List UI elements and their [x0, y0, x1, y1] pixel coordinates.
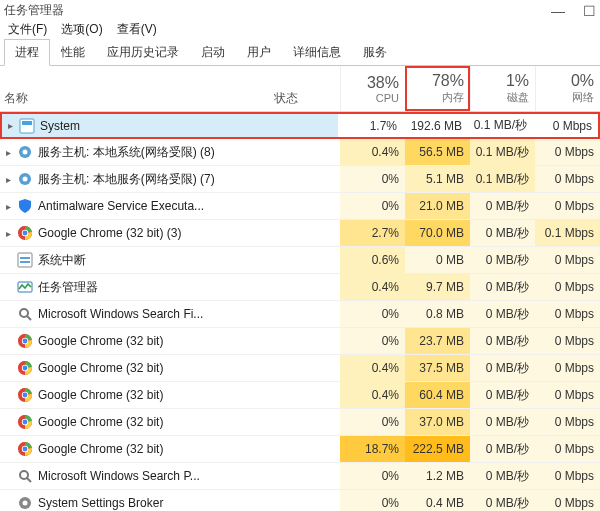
process-name: Google Chrome (32 bit) (3): [38, 226, 270, 240]
expand-icon[interactable]: ▸: [0, 228, 14, 239]
chrome-icon: [16, 386, 34, 404]
chrome-icon: [16, 359, 34, 377]
process-row[interactable]: Google Chrome (32 bit)0.4%37.5 MB0 MB/秒0…: [0, 355, 600, 382]
disk-cell: 0 MB/秒: [470, 220, 535, 246]
menu-view[interactable]: 查看(V): [117, 21, 157, 38]
expand-icon[interactable]: ▸: [2, 120, 16, 131]
disk-cell: 0 MB/秒: [470, 409, 535, 435]
process-row[interactable]: ▸Antimalware Service Executa...0%21.0 MB…: [0, 193, 600, 220]
process-name: Antimalware Service Executa...: [38, 199, 270, 213]
tab-details[interactable]: 详细信息: [282, 39, 352, 66]
network-cell: 0 Mbps: [535, 382, 600, 408]
disk-cell: 0 MB/秒: [470, 328, 535, 354]
process-name: Google Chrome (32 bit): [38, 388, 270, 402]
maximize-icon[interactable]: ☐: [583, 4, 596, 18]
menu-file[interactable]: 文件(F): [8, 21, 47, 38]
tab-services[interactable]: 服务: [352, 39, 398, 66]
expand-icon[interactable]: ▸: [0, 174, 14, 185]
cpu-cell: 0.4%: [340, 274, 405, 300]
svg-point-8: [23, 231, 28, 236]
cpu-cell: 0%: [340, 193, 405, 219]
cpu-cell: 0.6%: [340, 247, 405, 273]
tab-performance[interactable]: 性能: [50, 39, 96, 66]
process-row[interactable]: 任务管理器0.4%9.7 MB0 MB/秒0 Mbps: [0, 274, 600, 301]
tab-app-history[interactable]: 应用历史记录: [96, 39, 190, 66]
tab-startup[interactable]: 启动: [190, 39, 236, 66]
tab-users[interactable]: 用户: [236, 39, 282, 66]
cpu-cell: 0%: [340, 463, 405, 489]
tabs: 进程 性能 应用历史记录 启动 用户 详细信息 服务: [0, 42, 600, 66]
svg-point-26: [23, 420, 28, 425]
process-list: ▸System1.7%192.6 MB0.1 MB/秒0 Mbps▸服务主机: …: [0, 112, 600, 511]
memory-cell: 192.6 MB: [403, 114, 468, 137]
process-row[interactable]: Google Chrome (32 bit)18.7%222.5 MB0 MB/…: [0, 436, 600, 463]
process-row[interactable]: Google Chrome (32 bit)0.4%60.4 MB0 MB/秒0…: [0, 382, 600, 409]
svg-point-13: [20, 309, 28, 317]
process-row[interactable]: Microsoft Windows Search Fi...0%0.8 MB0 …: [0, 301, 600, 328]
cpu-total-pct: 38%: [367, 74, 399, 92]
folder-icon: [18, 117, 36, 135]
search-icon: [16, 305, 34, 323]
col-header-cpu[interactable]: 38% CPU: [340, 66, 405, 111]
memory-cell: 1.2 MB: [405, 463, 470, 489]
svg-point-23: [23, 393, 28, 398]
svg-point-33: [23, 501, 28, 506]
process-row[interactable]: Google Chrome (32 bit)0%23.7 MB0 MB/秒0 M…: [0, 328, 600, 355]
process-name: 系统中断: [38, 252, 270, 269]
memory-cell: 0.4 MB: [405, 490, 470, 511]
network-cell: 0 Mbps: [535, 328, 600, 354]
process-row[interactable]: 系统中断0.6%0 MB0 MB/秒0 Mbps: [0, 247, 600, 274]
memory-cell: 0 MB: [405, 247, 470, 273]
network-cell: 0 Mbps: [535, 301, 600, 327]
cpu-cell: 1.7%: [338, 114, 403, 137]
column-headers: 名称 状态 38% CPU 78% 内存 1% 磁盘 0% 网络: [0, 66, 600, 112]
disk-total-pct: 1%: [506, 72, 529, 90]
col-header-status[interactable]: 状态: [270, 66, 340, 111]
network-cell: 0 Mbps: [535, 463, 600, 489]
shield-icon: [16, 197, 34, 215]
process-name: Google Chrome (32 bit): [38, 442, 270, 456]
expand-icon[interactable]: ▸: [0, 147, 14, 158]
memory-cell: 23.7 MB: [405, 328, 470, 354]
disk-cell: 0 MB/秒: [470, 382, 535, 408]
process-row[interactable]: Microsoft Windows Search P...0%1.2 MB0 M…: [0, 463, 600, 490]
menu-options[interactable]: 选项(O): [61, 21, 102, 38]
process-row[interactable]: ▸System1.7%192.6 MB0.1 MB/秒0 Mbps: [0, 112, 600, 139]
process-row[interactable]: Google Chrome (32 bit)0%37.0 MB0 MB/秒0 M…: [0, 409, 600, 436]
col-header-disk[interactable]: 1% 磁盘: [470, 66, 535, 111]
expand-icon[interactable]: ▸: [0, 201, 14, 212]
process-row[interactable]: System Settings Broker0%0.4 MB0 MB/秒0 Mb…: [0, 490, 600, 511]
network-cell: 0 Mbps: [535, 274, 600, 300]
taskmgr-icon: [16, 278, 34, 296]
cpu-cell: 18.7%: [340, 436, 405, 462]
memory-cell: 37.0 MB: [405, 409, 470, 435]
svg-point-29: [23, 447, 28, 452]
svg-point-30: [20, 471, 28, 479]
process-name: Microsoft Windows Search Fi...: [38, 307, 270, 321]
process-name: 服务主机: 本地服务(网络受限) (7): [38, 171, 270, 188]
process-row[interactable]: ▸服务主机: 本地服务(网络受限) (7)0%5.1 MB0.1 MB/秒0 M…: [0, 166, 600, 193]
network-total-pct: 0%: [571, 72, 594, 90]
chrome-icon: [16, 332, 34, 350]
memory-label: 内存: [442, 90, 464, 105]
cpu-cell: 0%: [340, 166, 405, 192]
network-cell: 0 Mbps: [535, 139, 600, 165]
disk-cell: 0 MB/秒: [470, 274, 535, 300]
process-row[interactable]: ▸Google Chrome (32 bit) (3)2.7%70.0 MB0 …: [0, 220, 600, 247]
process-row[interactable]: ▸服务主机: 本地系统(网络受限) (8)0.4%56.5 MB0.1 MB/秒…: [0, 139, 600, 166]
network-cell: 0 Mbps: [535, 355, 600, 381]
chrome-icon: [16, 413, 34, 431]
cpu-cell: 0%: [340, 301, 405, 327]
cpu-cell: 0.4%: [340, 382, 405, 408]
tab-processes[interactable]: 进程: [4, 39, 50, 66]
col-header-memory[interactable]: 78% 内存: [405, 66, 470, 111]
svg-point-20: [23, 366, 28, 371]
minimize-icon[interactable]: —: [551, 4, 565, 18]
col-header-name[interactable]: 名称: [0, 66, 270, 111]
memory-cell: 60.4 MB: [405, 382, 470, 408]
col-header-network[interactable]: 0% 网络: [535, 66, 600, 111]
network-cell: 0 Mbps: [535, 166, 600, 192]
memory-total-pct: 78%: [432, 72, 464, 90]
disk-cell: 0.1 MB/秒: [468, 114, 533, 137]
window-title: 任务管理器: [4, 2, 64, 19]
